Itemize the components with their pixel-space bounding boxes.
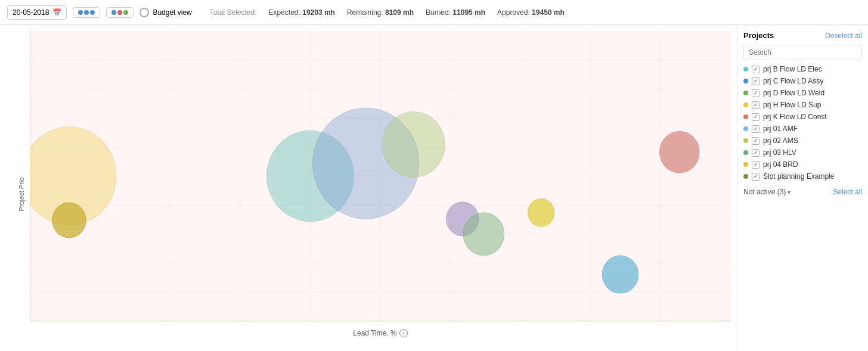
svg-text:90: 90 [657,327,664,328]
colored-dots-button[interactable] [106,7,134,18]
bubble-9[interactable] [659,131,699,173]
approved-stat: Approved: 19450 mh [497,8,565,17]
bubble-4[interactable] [382,111,445,177]
budget-view-label: Budget view [153,8,191,17]
app-container: 20-05-2018 📅 Budget view Total Selected:… [0,0,868,351]
project-checkbox[interactable] [752,149,760,157]
list-item: prj B Flow LD Elec [743,65,862,73]
y-axis-label: Project Prio [18,177,25,211]
svg-text:10: 10 [96,327,103,328]
date-label: 20-05-2018 [13,8,49,17]
sidebar-header: Projects Deselect all [743,31,862,40]
svg-text:70: 70 [517,327,524,328]
project-checkbox[interactable] [752,173,760,181]
project-color-dot [743,138,748,143]
project-name: prj H Flow LD Sup [763,101,821,109]
project-color-dot [743,126,748,131]
project-color-dot [743,150,748,155]
svg-text:20: 20 [166,327,173,328]
dots-button[interactable] [73,7,100,18]
toolbar: 20-05-2018 📅 Budget view Total Selected:… [0,0,868,25]
total-selected: Total Selected: [210,8,257,17]
svg-text:60: 60 [447,327,454,328]
radio-circle [140,8,149,17]
project-name: prj D Flow LD Weld [763,89,824,97]
calendar-icon: 📅 [52,8,61,17]
project-color-dot [743,79,748,83]
project-checkbox[interactable] [752,101,760,109]
svg-text:50: 50 [377,327,384,328]
list-item: prj 03 HLV [743,148,862,157]
dot-blue2 [84,10,89,15]
chart-wrapper: Project Prio [0,25,737,351]
project-name: prj 04 BRD [763,160,798,169]
x-axis-label: Lead Time, % i [30,329,731,340]
list-item: prj 01 AMF [743,125,862,133]
svg-text:100: 100 [726,327,731,328]
project-checkbox[interactable] [752,161,760,169]
project-checkbox[interactable] [752,89,760,97]
project-color-dot [743,102,748,107]
list-item: Slot planning Example [743,172,862,181]
burned-stat: Burned: 11095 mh [426,8,485,17]
svg-text:80: 80 [587,327,594,328]
deselect-all-button[interactable]: Deselect all [825,32,862,40]
sidebar: Projects Deselect all prj B Flow LD Elec… [737,25,868,351]
remaining-stat: Remaining: 8109 mh [347,8,414,17]
expected-stat: Expected: 19203 mh [268,8,334,17]
dot2 [117,10,122,15]
project-checkbox[interactable] [752,137,760,145]
main-content: Project Prio [0,25,868,351]
project-name: prj 03 HLV [763,148,796,157]
list-item: prj 04 BRD [743,160,862,169]
dot3 [123,10,128,15]
bubble-6[interactable] [463,213,504,256]
project-name: Slot planning Example [763,172,834,181]
project-checkbox[interactable] [752,66,760,73]
not-active-row: Not active (3) ▾ Select all [743,188,862,196]
list-item: prj K Flow LD Const [743,113,862,121]
project-name: prj C Flow LD Assy [763,77,823,85]
project-color-dot [743,174,748,179]
info-icon[interactable]: i [399,329,408,337]
list-item: prj C Flow LD Assy [743,77,862,85]
project-color-dot [743,162,748,167]
project-name: prj 02 AMS [763,136,798,145]
project-color-dot [743,91,748,95]
bubble-7[interactable] [528,199,554,227]
date-button[interactable]: 20-05-2018 📅 [7,5,67,20]
list-item: prj 02 AMS [743,136,862,145]
bubble-8[interactable] [602,256,638,294]
project-list: prj B Flow LD Elec prj C Flow LD Assy pr… [743,65,862,181]
chart-area: Project Prio [0,25,737,351]
project-name: prj K Flow LD Const [763,113,827,121]
project-color-dot [743,67,748,72]
project-checkbox[interactable] [752,113,760,121]
not-active-label: Not active (3) ▾ [743,188,790,196]
chevron-down-icon: ▾ [788,189,790,195]
dot-blue3 [90,10,95,15]
svg-text:30: 30 [237,327,244,328]
sidebar-title: Projects [743,31,774,40]
budget-view-toggle[interactable]: Budget view [140,8,191,17]
project-name: prj B Flow LD Elec [763,65,822,73]
project-color-dot [743,114,748,119]
chart-svg: 0 20 40 60 80 100 120 140 160 180 200 0 … [30,31,731,327]
project-name: prj 01 AMF [763,125,798,133]
project-checkbox[interactable] [752,77,760,85]
dot-blue [78,10,83,15]
select-all-button[interactable]: Select all [833,188,862,196]
dot1 [111,10,116,15]
project-search-input[interactable] [743,45,862,60]
list-item: prj H Flow LD Sup [743,101,862,109]
list-item: prj D Flow LD Weld [743,89,862,97]
stats-bar: Total Selected: Expected: 19203 mh Remai… [210,8,565,17]
svg-text:40: 40 [306,327,314,328]
bubble-1b[interactable] [52,203,86,238]
svg-text:0: 0 [30,327,32,328]
project-checkbox[interactable] [752,125,760,133]
